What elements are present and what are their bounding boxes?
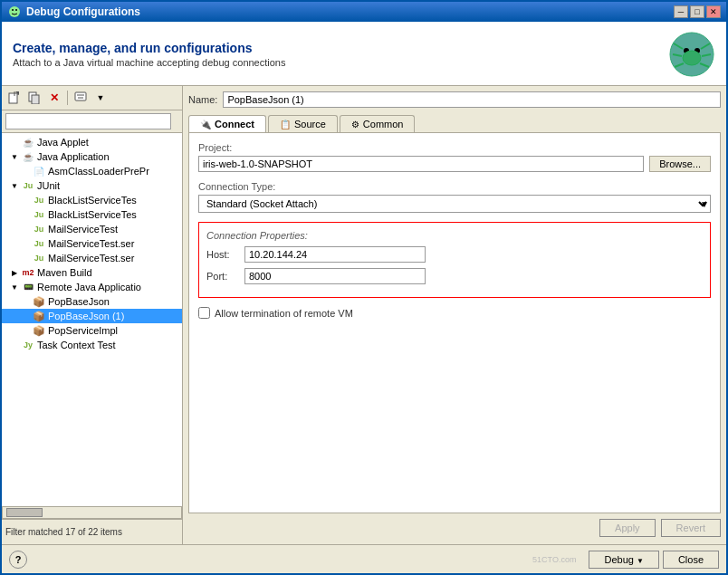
connection-type-section: Connection Type: Standard (Socket Attach…: [198, 181, 711, 213]
name-label: Name:: [188, 94, 217, 105]
tree-toggle[interactable]: ▼: [9, 180, 20, 191]
close-button[interactable]: Close: [663, 551, 719, 569]
tree-item-label: Java Application: [37, 151, 110, 162]
header-text: Create, manage, and run configurations A…: [13, 41, 285, 68]
title-bar: Debug Configurations ─ □ ✕: [2, 2, 726, 22]
debug-button[interactable]: Debug ▼: [589, 551, 658, 569]
tree-item-label: BlackListServiceTes: [48, 195, 137, 206]
tree-toggle: [20, 224, 31, 235]
more-button[interactable]: ▼: [91, 89, 110, 107]
svg-point-1: [12, 9, 14, 11]
connection-type-select[interactable]: Standard (Socket Attach) Socket Listen S…: [198, 195, 711, 213]
window-header: Create, manage, and run configurations A…: [2, 22, 726, 86]
close-window-button[interactable]: ✕: [706, 5, 721, 18]
allow-termination-label: Allow termination of remote VM: [215, 308, 353, 319]
list-item[interactable]: ☕ Java Applet: [2, 135, 182, 149]
tab-connect[interactable]: 🔌 Connect: [188, 115, 266, 132]
tree-item-label: Java Applet: [37, 137, 89, 148]
list-item[interactable]: Jy Task Context Test: [2, 338, 182, 352]
tree-toggle: [20, 325, 31, 336]
main-window: Debug Configurations ─ □ ✕ Create, manag…: [0, 0, 728, 575]
tree-toggle[interactable]: ▼: [9, 151, 20, 162]
duplicate-config-button[interactable]: [25, 89, 43, 107]
list-item[interactable]: Ju BlackListServiceTes: [2, 207, 182, 222]
svg-point-6: [683, 51, 701, 65]
project-section: Project: Browse...: [198, 142, 711, 172]
tree-item-label: Maven Build: [37, 267, 92, 278]
list-item[interactable]: ▼ Ju JUnit: [2, 178, 182, 193]
allow-termination-row: Allow termination of remote VM: [198, 307, 711, 319]
tree-toggle[interactable]: [9, 137, 20, 148]
tree-toggle[interactable]: ▶: [9, 267, 20, 278]
scroll-thumb[interactable]: [6, 508, 43, 517]
search-input[interactable]: [5, 113, 171, 129]
tab-common[interactable]: ⚙ Common: [340, 115, 416, 132]
svg-rect-13: [9, 93, 17, 103]
dropdown-arrow-icon[interactable]: ▼: [637, 557, 644, 565]
apply-button[interactable]: Apply: [599, 519, 656, 537]
debug-label: Debug: [604, 554, 633, 565]
list-item[interactable]: Ju MailServiceTest: [2, 222, 182, 236]
bug-icon: [668, 31, 715, 78]
list-item[interactable]: 📦 PopBaseJson (1): [2, 309, 182, 323]
tree-toggle: [20, 166, 31, 177]
footer-left: ?: [9, 551, 27, 569]
port-input[interactable]: [244, 268, 426, 284]
window-title: Debug Configurations: [26, 5, 140, 18]
common-tab-icon: ⚙: [351, 120, 359, 129]
help-button[interactable]: ?: [9, 551, 27, 569]
source-tab-icon: 📋: [280, 120, 291, 129]
tree-item-label: PopBaseJson: [48, 296, 110, 307]
tree-item-label: MailServiceTest: [48, 224, 118, 235]
svg-point-0: [9, 6, 20, 17]
maximize-button[interactable]: □: [690, 5, 704, 18]
maven-icon: m2: [22, 266, 34, 279]
revert-button[interactable]: Revert: [661, 519, 721, 537]
content-area: ✕ ▼ ☕: [2, 86, 726, 544]
list-item[interactable]: ▼ ☕ Java Application: [2, 149, 182, 164]
tree-toggle[interactable]: ▼: [9, 282, 20, 292]
allow-termination-checkbox[interactable]: [198, 307, 210, 319]
tree-toggle: [20, 311, 31, 321]
host-input[interactable]: [244, 246, 426, 263]
list-item[interactable]: 📦 PopServiceImpl: [2, 323, 182, 338]
new-config-button[interactable]: [5, 89, 24, 107]
tree-toggle: [9, 340, 20, 350]
list-item[interactable]: 📦 PopBaseJson: [2, 294, 182, 309]
right-panel: Name: 🔌 Connect 📋 Source ⚙ Common: [183, 86, 726, 544]
popbasejson1-icon: 📦: [33, 310, 45, 322]
remote-app-icon: 📟: [22, 281, 34, 293]
task-context-icon: Jy: [22, 339, 34, 351]
tree-toggle: [20, 296, 31, 307]
list-item[interactable]: Ju BlackListServiceTes: [2, 193, 182, 207]
project-row: Browse...: [198, 156, 711, 172]
window-footer: ? 51CTO.com Debug ▼ Close: [2, 544, 726, 573]
list-item[interactable]: Ju MailServiceTest.ser: [2, 236, 182, 251]
tab-content: Project: Browse... Connection Type: Stan…: [188, 132, 721, 513]
browse-button[interactable]: Browse...: [649, 156, 711, 172]
horizontal-scrollbar[interactable]: [2, 506, 182, 519]
filter-button[interactable]: [72, 89, 90, 107]
svg-rect-18: [32, 95, 39, 104]
title-bar-buttons: ─ □ ✕: [674, 5, 721, 18]
name-input[interactable]: [223, 91, 721, 108]
popbasejson-icon: 📦: [33, 295, 45, 308]
delete-config-button[interactable]: ✕: [45, 89, 63, 107]
project-input[interactable]: [198, 156, 644, 172]
tree-item-label: BlackListServiceTes: [48, 209, 137, 220]
tree-item-label: AsmClassLoaderPrePr: [48, 166, 149, 177]
svg-rect-19: [75, 92, 86, 101]
list-item[interactable]: Ju MailServiceTest.ser: [2, 251, 182, 265]
tab-source[interactable]: 📋 Source: [268, 115, 338, 132]
search-area: [2, 110, 182, 133]
tree-item-label: MailServiceTest.ser: [48, 238, 134, 249]
list-item[interactable]: 📄 AsmClassLoaderPrePr: [2, 164, 182, 178]
java-application-icon: ☕: [22, 150, 34, 163]
list-item[interactable]: ▶ m2 Maven Build: [2, 265, 182, 280]
minimize-button[interactable]: ─: [674, 5, 688, 18]
svg-point-2: [15, 9, 17, 11]
port-row: Port:: [206, 268, 703, 284]
tree-footer: Filter matched 17 of 22 items: [2, 519, 182, 544]
list-item[interactable]: ▼ 📟 Remote Java Applicatio: [2, 280, 182, 294]
connection-properties-label: Connection Properties:: [206, 230, 703, 241]
